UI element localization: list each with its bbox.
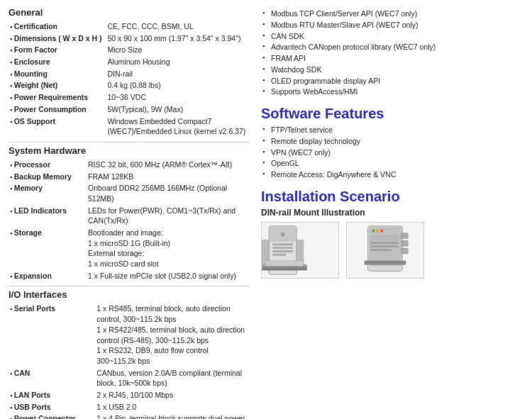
spec-label: Memory [9,182,87,204]
svg-rect-11 [262,269,306,270]
spec-value: 1 x 4 Pin, terminal block supports dual … [95,413,250,419]
list-item: Remote display technology [261,136,523,147]
list-item: FTP/Telnet service [261,125,523,136]
table-row: OS SupportWindows Embedded Compact7 (WEC… [9,116,250,138]
spec-label: Form Factor [9,44,106,56]
list-item: Modbus TCP Client/Server API (WEC7 only) [261,9,523,20]
list-item: Supports WebAccess/HMI [261,86,523,98]
din-illustration-left [262,223,338,278]
spec-label: USB Ports [9,401,95,413]
spec-value: FRAM 128KB [87,171,250,183]
svg-rect-21 [371,235,399,240]
svg-rect-3 [272,243,293,245]
spec-label: Expansion [9,270,87,282]
section-installation: Installation Scenario DIN-rail Mount Ill… [261,188,523,279]
spec-label: Power Connector [9,413,95,419]
spec-label: CAN [9,367,95,389]
spec-label: OS Support [9,116,106,138]
table-row: LAN Ports2 x RJ45, 10/100 Mbps [9,389,250,401]
spec-label: Certification [9,21,106,33]
spec-value: 5W(Typical), 9W (Max) [106,104,250,116]
right-column: Modbus TCP Client/Server API (WEC7 only)… [261,7,523,419]
list-item: Watchdog SDK [261,65,523,76]
din-images [261,222,523,279]
svg-point-2 [281,232,285,236]
svg-point-19 [376,230,379,233]
table-row: Backup MemoryFRAM 128KB [9,171,250,183]
spec-value: Aluminum Housing [106,56,250,68]
svg-rect-16 [401,240,408,246]
system-hardware-title: System Hardware [9,145,250,156]
section-io-interfaces: I/O Interfaces Serial Ports1 x RS485, te… [9,289,250,419]
api-section: Modbus TCP Client/Server API (WEC7 only)… [261,9,523,98]
table-row: Dimensions ( W x D x H )50 x 90 x 100 mm… [9,33,250,45]
list-item: OpenGL [261,158,523,169]
table-row: Serial Ports1 x RS485, terminal block, a… [9,303,250,367]
svg-rect-15 [401,233,408,238]
io-interfaces-title: I/O Interfaces [9,289,250,300]
table-row: EnclosureAluminum Housing [9,56,250,68]
general-table: CertificationCE, FCC, CCC, BSMI, ULDimen… [9,21,250,138]
list-item: Advantech CANopen protocol library (WEC7… [261,42,523,53]
spec-value: 10~36 VDC [106,91,250,104]
spec-label: LAN Ports [9,389,95,401]
table-row: Power Requirements10~36 VDC [9,91,250,104]
table-row: CANCANbus, version 2.0A/B compliant (ter… [9,367,250,389]
svg-rect-6 [272,254,287,256]
svg-point-20 [380,230,383,233]
spec-label: Dimensions ( W x D x H ) [9,33,106,45]
spec-label: Storage [9,227,87,270]
section-system-hardware: System Hardware ProcessorRISC 32 bit, 60… [9,145,250,282]
left-column: General CertificationCE, FCC, CCC, BSMI,… [9,7,250,419]
svg-rect-17 [401,248,408,254]
spec-value: RISC 32 bit, 600 MHz (ARM® Cortex™-A8) [87,159,250,171]
software-list: FTP/Telnet serviceRemote display technol… [261,125,523,181]
divider-2 [9,286,250,286]
spec-label: Enclosure [9,56,106,68]
spec-label: Power Consumption [9,104,106,116]
installation-title: Installation Scenario [261,188,523,205]
table-row: MountingDIN-rail [9,68,250,80]
spec-value: LEDs for Power(PWR), COM1~3(Tx/Rx) and C… [87,205,250,227]
table-row: StorageBootloader and image: 1 x microSD… [9,227,250,270]
divider-1 [9,142,250,143]
svg-point-18 [372,230,375,233]
svg-rect-22 [371,242,399,244]
spec-value: DIN-rail [106,68,250,80]
table-row: Weight (Net)0.4 kg (0.88 lbs) [9,79,250,91]
table-row: MemoryOnboard DDR2 256MB 166MHz (Optiona… [9,182,250,204]
spec-value: Windows Embedded Compact7 (WEC7)/Embedde… [106,116,250,138]
software-features-title: Software Features [261,105,523,122]
spec-value: Onboard DDR2 256MB 166MHz (Optional 512M… [87,182,250,204]
table-row: Form FactorMicro Size [9,44,250,56]
api-list: Modbus TCP Client/Server API (WEC7 only)… [261,9,523,98]
general-title: General [9,7,250,18]
svg-rect-5 [272,250,293,252]
svg-rect-12 [265,260,304,266]
table-row: Expansion1 x Full-size mPCIe slot (USB2.… [9,270,250,282]
section-software-features: Software Features FTP/Telnet serviceRemo… [261,105,523,181]
spec-label: Serial Ports [9,303,95,367]
spec-label: Backup Memory [9,171,87,183]
din-image-left [261,222,339,279]
main-body: General CertificationCE, FCC, CCC, BSMI,… [0,0,532,419]
spec-value: Bootloader and image: 1 x microSD 1G (Bu… [87,227,250,270]
spec-value: CANbus, version 2.0A/B compliant (termin… [95,367,250,389]
system-hardware-table: ProcessorRISC 32 bit, 600 MHz (ARM® Cort… [9,159,250,282]
spec-label: Mounting [9,68,106,80]
spec-value: 2 x RJ45, 10/100 Mbps [95,389,250,401]
table-row: CertificationCE, FCC, CCC, BSMI, UL [9,21,250,33]
spec-label: Power Requirements [9,91,106,104]
svg-rect-24 [371,249,392,251]
spec-value: 1 x RS485, terminal block, auto directio… [95,303,250,367]
din-image-right [346,222,424,279]
svg-rect-23 [371,245,399,247]
spec-value: CE, FCC, CCC, BSMI, UL [106,21,250,33]
table-row: ProcessorRISC 32 bit, 600 MHz (ARM® Cort… [9,159,250,171]
table-row: Power Consumption5W(Typical), 9W (Max) [9,104,250,116]
list-item: OLED programmable display API [261,76,523,87]
spec-label: Weight (Net) [9,79,106,91]
svg-rect-25 [365,260,406,264]
table-row: LED IndicatorsLEDs for Power(PWR), COM1~… [9,205,250,227]
spec-label: Processor [9,159,87,171]
